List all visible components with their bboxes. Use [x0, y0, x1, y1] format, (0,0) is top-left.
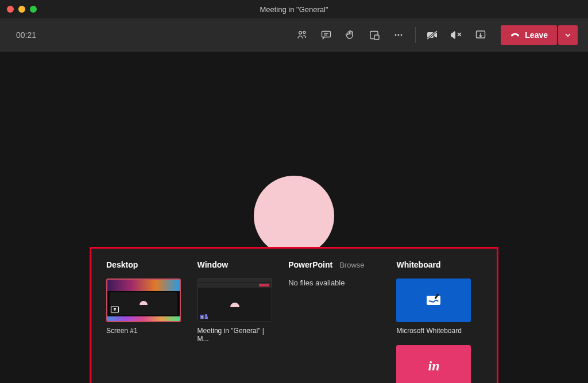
breakout-rooms-button[interactable] — [362, 23, 386, 47]
share-col-desktop: Desktop Screen #1 — [106, 260, 186, 383]
share-col-whiteboard: Whiteboard Microsoft Whiteboard in — [396, 260, 482, 383]
share-heading-whiteboard: Whiteboard — [396, 260, 482, 269]
teams-icon: T — [199, 312, 208, 322]
leave-label: Leave — [525, 30, 548, 40]
leave-button[interactable]: Leave — [501, 25, 557, 45]
minimize-icon[interactable] — [18, 6, 25, 13]
share-window-caption: Meeting in "General" | M... — [198, 327, 277, 343]
share-heading-window: Window — [198, 260, 277, 269]
meeting-stage: Desktop Screen #1 Window — [0, 52, 588, 383]
share-desktop-caption: Screen #1 — [106, 327, 186, 335]
svg-rect-21 — [205, 316, 208, 319]
avatar — [254, 176, 334, 256]
svg-point-0 — [299, 32, 302, 34]
share-invision-freehand[interactable]: in — [396, 345, 471, 383]
window-thumb-preview: T — [198, 278, 272, 322]
svg-point-1 — [303, 31, 305, 33]
powerpoint-browse-link[interactable]: Browse — [339, 261, 364, 269]
window-controls — [7, 6, 37, 13]
chevron-down-icon — [564, 32, 571, 38]
invision-icon: in — [428, 358, 439, 376]
fullscreen-icon[interactable] — [30, 6, 37, 13]
raise-hand-button[interactable] — [338, 23, 362, 47]
svg-point-9 — [401, 34, 403, 36]
meeting-timer: 00:21 — [16, 30, 36, 40]
desktop-thumb-preview — [107, 280, 180, 321]
whiteboard-icon — [424, 291, 443, 310]
share-panel: Desktop Screen #1 Window — [90, 247, 498, 383]
meeting-toolbar: 00:21 — [0, 18, 588, 52]
window-title: Meeting in "General" — [0, 5, 588, 14]
more-actions-button[interactable] — [386, 23, 411, 47]
powerpoint-no-files: No files available — [288, 278, 385, 287]
share-desktop-screen1[interactable] — [106, 278, 181, 322]
share-col-powerpoint: PowerPoint Browse No files available — [288, 260, 385, 383]
svg-rect-22 — [427, 296, 440, 305]
svg-point-8 — [398, 34, 400, 36]
window-titlebar: Meeting in "General" — [0, 0, 588, 18]
share-ms-whiteboard[interactable] — [396, 278, 471, 322]
share-screen-icon — [110, 305, 120, 315]
chat-button[interactable] — [314, 23, 338, 47]
share-heading-powerpoint: PowerPoint — [288, 260, 332, 269]
svg-point-20 — [205, 314, 207, 316]
leave-options-button[interactable] — [558, 25, 578, 45]
share-tray-button[interactable] — [469, 23, 493, 47]
svg-point-7 — [395, 34, 397, 36]
camera-off-button[interactable] — [420, 23, 444, 47]
hangup-icon — [510, 30, 520, 40]
mic-muted-button[interactable] — [444, 23, 469, 47]
participants-button[interactable] — [290, 23, 314, 47]
close-icon[interactable] — [7, 6, 14, 13]
svg-rect-6 — [374, 35, 379, 40]
ms-whiteboard-caption: Microsoft Whiteboard — [396, 327, 482, 335]
share-col-window: Window T Meeting in "General" | M... — [198, 260, 277, 383]
svg-text:T: T — [200, 315, 203, 319]
toolbar-divider — [415, 27, 416, 43]
share-heading-desktop: Desktop — [106, 260, 186, 269]
svg-rect-2 — [322, 32, 331, 37]
share-window-item[interactable]: T — [198, 278, 272, 322]
